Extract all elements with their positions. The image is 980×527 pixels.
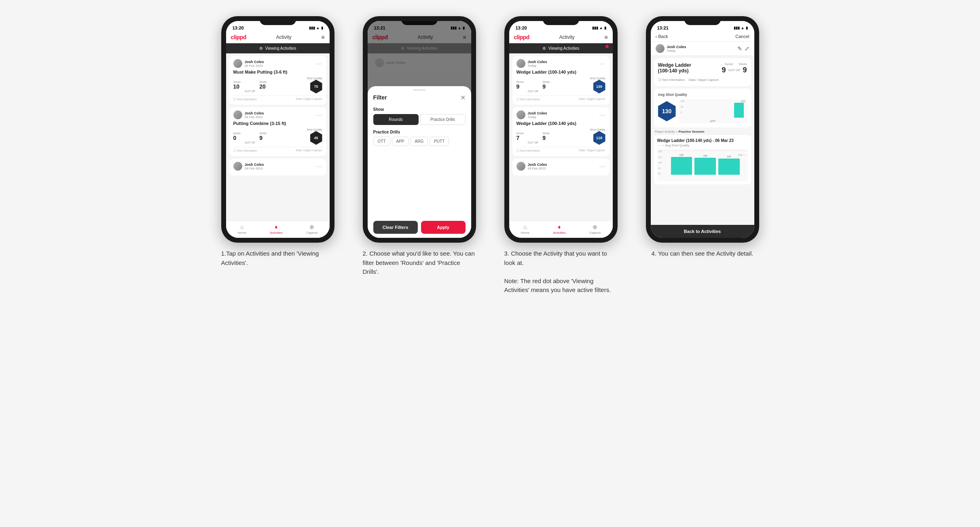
avatar-4 <box>656 44 665 53</box>
show-label: Show <box>373 107 466 112</box>
more-icon-3-2[interactable]: ··· <box>599 112 605 118</box>
bar-chart-4: 1401201008060 132 129 <box>657 149 748 181</box>
back-to-activities-button-4[interactable]: Back to Activities <box>651 225 754 238</box>
back-button-4[interactable]: ‹ Back <box>656 34 668 39</box>
activity-item-3-3[interactable]: Josh Coles 28 Feb 2023 ··· <box>512 159 610 176</box>
stat-score-1-1: Score 10 <box>233 80 241 90</box>
activity-item-1-3[interactable]: Josh Coles 28 Feb 2023 ··· <box>229 159 326 176</box>
logo-1: clippd <box>231 34 246 40</box>
red-dot-3 <box>605 45 609 48</box>
activity-item-3-1[interactable]: Josh Coles Today ··· Wedge Ladder (100-1… <box>512 56 610 105</box>
clear-filters-button[interactable]: Clear Filters <box>373 221 418 234</box>
nav-activities-3[interactable]: ♦ Activities <box>553 224 566 235</box>
filter-show-section: Show Rounds Practice Drills <box>368 105 471 127</box>
activities-icon-1: ♦ <box>275 224 277 230</box>
activity-item-1-2[interactable]: Josh Coles 28 Feb 2023 ··· Putting Combi… <box>229 107 326 156</box>
avg-shot-title-4: Avg Shot Quality <box>658 93 747 97</box>
app-header-1: clippd Activity ≡ <box>226 32 330 43</box>
wifi-icon-3: ▲ <box>599 26 603 30</box>
avatar-1-3 <box>233 162 242 171</box>
more-icon-1-1[interactable]: ··· <box>316 60 322 67</box>
stats-row-1-1: Score 10 OUT OF Shots 20 Shot Quality 75 <box>233 77 322 93</box>
quality-badge-3-2: 118 <box>593 131 605 145</box>
practice-title-4: Wedge Ladder (100-140 yds) - 06 Mar 23 <box>657 138 748 143</box>
phone-notch-4 <box>684 16 721 25</box>
header-title-1: Activity <box>276 34 292 40</box>
viewing-bar-3[interactable]: ⚙ Viewing Activities <box>509 43 613 53</box>
more-icon-1-3[interactable]: ··· <box>316 163 322 169</box>
drill-tags: OTT APP ARG PUTT <box>373 137 466 146</box>
nav-capture-3[interactable]: ⊕ Capture <box>589 224 601 235</box>
activity-title-1-2: Putting Combine (3-15 ft) <box>233 121 322 126</box>
expand-icon-4[interactable]: ⤢ <box>745 45 749 52</box>
viewing-bar-text-3: Viewing Activities <box>548 46 580 51</box>
quality-badge-3-1: 130 <box>593 80 605 93</box>
menu-icon-3[interactable]: ≡ <box>604 34 607 40</box>
drill-tag-arg[interactable]: ARG <box>411 137 428 146</box>
phone-inner-1: 13:20 ▮▮▮ ▲ ▮ clippd Activity ≡ ⚙ View <box>226 21 330 238</box>
nav-capture-1[interactable]: ⊕ Capture <box>306 224 317 235</box>
stats-row-3-1: Score 9 OUT OF Shots 9 Shot Quality 130 <box>516 77 605 93</box>
signal-icon-4: ▮▮▮ <box>734 26 740 30</box>
user-info-1-1: Josh Coles 28 Feb 2023 <box>233 59 264 68</box>
activity-title-1-1: Must Make Putting (3-6 ft) <box>233 70 322 74</box>
phone-inner-4: 13:21 ▮▮▮ ▲ ▮ ‹ Back Cancel <box>651 21 754 238</box>
bottom-nav-3: ⌂ Home ♦ Activities ⊕ Capture <box>509 221 613 238</box>
rounds-tab[interactable]: Rounds <box>373 114 419 125</box>
filter-tabs: Rounds Practice Drills <box>373 114 466 125</box>
nav-activities-1[interactable]: ♦ Activities <box>270 224 283 235</box>
drill-tag-putt[interactable]: PUTT <box>430 137 449 146</box>
practice-drills-tab[interactable]: Practice Drills <box>420 114 466 125</box>
nav-home-3[interactable]: ⌂ Home <box>521 224 529 235</box>
more-icon-1-2[interactable]: ··· <box>316 112 322 118</box>
phone-1: 13:20 ▮▮▮ ▲ ▮ clippd Activity ≡ ⚙ View <box>221 16 334 243</box>
detail-card-title-4: Wedge Ladder(100-140 yds) <box>658 62 691 74</box>
status-time-3: 13:20 <box>516 25 527 30</box>
filter-drills-section: Practice Drills OTT APP ARG PUTT <box>368 127 471 148</box>
user-date-4: Today <box>667 49 686 53</box>
activity-title-3-2: Wedge Ladder (100-140 yds) <box>516 121 605 126</box>
activity-item-3-2[interactable]: Josh Coles Today ··· Wedge Ladder (100-1… <box>512 107 610 156</box>
quality-badge-1-2: 45 <box>310 131 322 145</box>
filter-modal: Filter ✕ Show Rounds Practice Drills Pra… <box>368 86 471 238</box>
close-icon-filter[interactable]: ✕ <box>460 94 466 102</box>
player-activity-label-4: Player Activity > Practice Session <box>654 130 751 133</box>
viewing-bar-1[interactable]: ⚙ Viewing Activities <box>226 43 330 53</box>
nav-activities-label-1: Activities <box>270 231 283 235</box>
info-row-1-2: ⓘ Test Information Data: Clippd Capture <box>233 147 322 153</box>
caption-3: 3. Choose the Activity that you want to … <box>504 249 618 295</box>
status-icons-3: ▮▮▮ ▲ ▮ <box>592 26 606 30</box>
drill-tag-ott[interactable]: OTT <box>373 137 390 146</box>
filter-actions: Clear Filters Apply <box>368 217 471 238</box>
avatar-3-1 <box>516 59 525 68</box>
avg-shot-card-4: Avg Shot Quality 130 130 APP 100500 <box>654 89 751 127</box>
avatar-1-2 <box>233 110 242 119</box>
activity-header-1-2: Josh Coles 28 Feb 2023 ··· <box>233 110 322 119</box>
caption-4: 4. You can then see the Activity detail. <box>652 249 754 258</box>
more-icon-3-3[interactable]: ··· <box>599 163 605 169</box>
nav-home-1[interactable]: ⌂ Home <box>238 224 246 235</box>
stat-shots-1-2: Shots 9 <box>259 132 267 141</box>
user-name-4: Josh Coles <box>667 45 686 49</box>
step-4-container: 13:21 ▮▮▮ ▲ ▮ ‹ Back Cancel <box>638 16 767 295</box>
user-info-1-3: Josh Coles 28 Feb 2023 <box>233 162 264 171</box>
user-date-1-1: 28 Feb 2023 <box>245 64 264 68</box>
cancel-button-4[interactable]: Cancel <box>735 34 749 39</box>
wifi-icon-1: ▲ <box>316 26 320 30</box>
battery-icon-3: ▮ <box>604 26 606 30</box>
status-icons-4: ▮▮▮ ▲ ▮ <box>734 26 748 30</box>
menu-icon-1[interactable]: ≡ <box>321 34 324 40</box>
phone-notch-3 <box>543 16 579 25</box>
stats-row-3-2: Score 7 OUT OF Shots 9 Shot Quality 118 <box>516 128 605 145</box>
big-hex-4: 130 <box>658 101 676 121</box>
avatar-3-2 <box>516 110 525 119</box>
edit-icon-4[interactable]: ✎ <box>737 45 742 52</box>
home-icon-1: ⌂ <box>240 224 243 230</box>
stat-score-1-2: Score 0 <box>233 132 241 141</box>
status-time-1: 13:20 <box>233 25 244 30</box>
activity-item-1-1[interactable]: Josh Coles 28 Feb 2023 ··· Must Make Put… <box>229 56 326 105</box>
apply-button[interactable]: Apply <box>421 221 466 234</box>
drill-tag-app[interactable]: APP <box>392 137 409 146</box>
more-icon-3-1[interactable]: ··· <box>599 60 605 67</box>
activity-header-1-1: Josh Coles 28 Feb 2023 ··· <box>233 59 322 68</box>
